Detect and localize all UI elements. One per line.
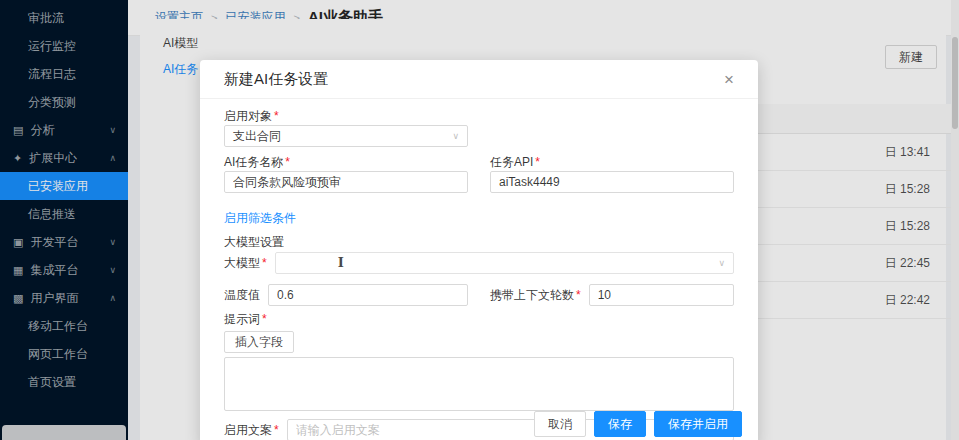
context-rounds-label: 携带上下文轮数* [490,288,581,302]
model-label: 大模型* [224,256,267,270]
close-icon[interactable]: × [724,71,734,88]
insert-field-button[interactable]: 插入字段 [224,331,294,353]
new-ai-task-modal: 新建AI任务设置 × 启用对象* 支出合同 ∨ AI任务名称* 任务API* [200,60,758,440]
chevron-down-icon: ∨ [718,258,725,268]
required-asterisk: * [535,155,540,169]
required-asterisk: * [576,288,581,302]
temperature-input[interactable] [268,284,468,306]
save-button[interactable]: 保存 [594,411,646,437]
text-cursor-ibeam: I [338,255,344,270]
enable-target-select[interactable]: 支出合同 ∨ [224,125,468,147]
context-rounds-input[interactable] [589,284,734,306]
prompt-textarea[interactable] [224,357,734,411]
required-asterisk: * [262,312,267,326]
save-and-enable-button[interactable]: 保存并启用 [654,411,742,437]
prompt-label: 提示词* [224,312,734,326]
cancel-button[interactable]: 取消 [534,411,586,437]
task-api-input[interactable] [490,171,734,193]
required-asterisk: * [274,423,279,437]
task-api-label: 任务API* [490,155,734,169]
enable-target-value: 支出合同 [233,128,281,145]
required-asterisk: * [262,256,267,270]
temperature-label: 温度值 [224,288,260,302]
enable-target-label: 启用对象* [224,109,734,123]
required-asterisk: * [274,109,279,123]
model-section-label: 大模型设置 [224,235,734,249]
required-asterisk: * [285,155,290,169]
model-select[interactable]: I ∨ [275,252,734,274]
task-name-input[interactable] [224,171,468,193]
chevron-down-icon: ∨ [452,131,459,141]
task-name-label: AI任务名称* [224,155,468,169]
modal-footer: 取消 保存 保存并启用 [534,411,742,437]
modal-title: 新建AI任务设置 [224,70,328,89]
enable-text-label: 启用文案* [224,423,279,437]
filter-condition-link[interactable]: 启用筛选条件 [224,211,296,225]
